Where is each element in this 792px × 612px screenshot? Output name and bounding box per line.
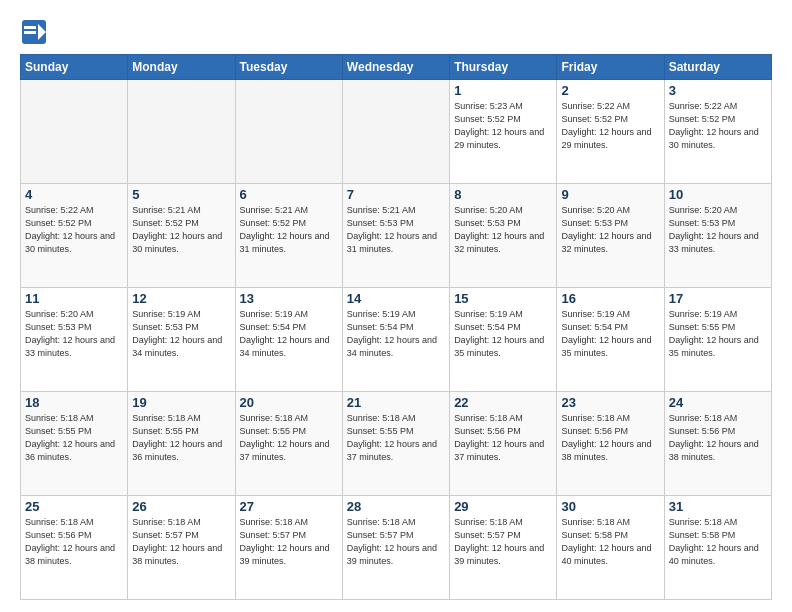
day-info: Sunrise: 5:18 AMSunset: 5:57 PMDaylight:… — [347, 516, 445, 568]
calendar-week-2: 4Sunrise: 5:22 AMSunset: 5:52 PMDaylight… — [21, 184, 772, 288]
day-header-thursday: Thursday — [450, 55, 557, 80]
day-number: 26 — [132, 499, 230, 514]
day-header-monday: Monday — [128, 55, 235, 80]
calendar-cell: 7Sunrise: 5:21 AMSunset: 5:53 PMDaylight… — [342, 184, 449, 288]
calendar-week-3: 11Sunrise: 5:20 AMSunset: 5:53 PMDayligh… — [21, 288, 772, 392]
calendar-cell: 27Sunrise: 5:18 AMSunset: 5:57 PMDayligh… — [235, 496, 342, 600]
calendar-cell: 29Sunrise: 5:18 AMSunset: 5:57 PMDayligh… — [450, 496, 557, 600]
day-number: 23 — [561, 395, 659, 410]
day-number: 27 — [240, 499, 338, 514]
calendar-cell: 12Sunrise: 5:19 AMSunset: 5:53 PMDayligh… — [128, 288, 235, 392]
calendar-cell: 5Sunrise: 5:21 AMSunset: 5:52 PMDaylight… — [128, 184, 235, 288]
calendar-cell: 4Sunrise: 5:22 AMSunset: 5:52 PMDaylight… — [21, 184, 128, 288]
calendar-cell — [21, 80, 128, 184]
day-info: Sunrise: 5:18 AMSunset: 5:55 PMDaylight:… — [132, 412, 230, 464]
calendar-cell: 3Sunrise: 5:22 AMSunset: 5:52 PMDaylight… — [664, 80, 771, 184]
day-number: 10 — [669, 187, 767, 202]
day-number: 18 — [25, 395, 123, 410]
calendar-cell: 25Sunrise: 5:18 AMSunset: 5:56 PMDayligh… — [21, 496, 128, 600]
day-number: 13 — [240, 291, 338, 306]
day-info: Sunrise: 5:21 AMSunset: 5:52 PMDaylight:… — [132, 204, 230, 256]
day-number: 3 — [669, 83, 767, 98]
day-number: 9 — [561, 187, 659, 202]
calendar-week-5: 25Sunrise: 5:18 AMSunset: 5:56 PMDayligh… — [21, 496, 772, 600]
day-info: Sunrise: 5:22 AMSunset: 5:52 PMDaylight:… — [561, 100, 659, 152]
day-info: Sunrise: 5:19 AMSunset: 5:54 PMDaylight:… — [454, 308, 552, 360]
day-number: 24 — [669, 395, 767, 410]
calendar-cell: 30Sunrise: 5:18 AMSunset: 5:58 PMDayligh… — [557, 496, 664, 600]
day-info: Sunrise: 5:19 AMSunset: 5:54 PMDaylight:… — [240, 308, 338, 360]
day-number: 7 — [347, 187, 445, 202]
day-info: Sunrise: 5:19 AMSunset: 5:55 PMDaylight:… — [669, 308, 767, 360]
calendar-cell: 17Sunrise: 5:19 AMSunset: 5:55 PMDayligh… — [664, 288, 771, 392]
calendar-cell: 18Sunrise: 5:18 AMSunset: 5:55 PMDayligh… — [21, 392, 128, 496]
svg-rect-3 — [24, 31, 36, 34]
calendar-cell: 1Sunrise: 5:23 AMSunset: 5:52 PMDaylight… — [450, 80, 557, 184]
day-info: Sunrise: 5:23 AMSunset: 5:52 PMDaylight:… — [454, 100, 552, 152]
day-number: 25 — [25, 499, 123, 514]
page: SundayMondayTuesdayWednesdayThursdayFrid… — [0, 0, 792, 612]
calendar-cell — [128, 80, 235, 184]
day-info: Sunrise: 5:21 AMSunset: 5:53 PMDaylight:… — [347, 204, 445, 256]
day-number: 22 — [454, 395, 552, 410]
calendar-week-1: 1Sunrise: 5:23 AMSunset: 5:52 PMDaylight… — [21, 80, 772, 184]
calendar-cell: 2Sunrise: 5:22 AMSunset: 5:52 PMDaylight… — [557, 80, 664, 184]
calendar-cell: 14Sunrise: 5:19 AMSunset: 5:54 PMDayligh… — [342, 288, 449, 392]
day-number: 12 — [132, 291, 230, 306]
logo — [20, 18, 52, 46]
calendar-cell: 11Sunrise: 5:20 AMSunset: 5:53 PMDayligh… — [21, 288, 128, 392]
day-number: 16 — [561, 291, 659, 306]
calendar-cell: 19Sunrise: 5:18 AMSunset: 5:55 PMDayligh… — [128, 392, 235, 496]
day-number: 30 — [561, 499, 659, 514]
day-number: 4 — [25, 187, 123, 202]
day-number: 14 — [347, 291, 445, 306]
calendar-cell — [235, 80, 342, 184]
calendar-cell: 31Sunrise: 5:18 AMSunset: 5:58 PMDayligh… — [664, 496, 771, 600]
day-number: 31 — [669, 499, 767, 514]
day-number: 17 — [669, 291, 767, 306]
day-number: 28 — [347, 499, 445, 514]
day-info: Sunrise: 5:18 AMSunset: 5:55 PMDaylight:… — [347, 412, 445, 464]
day-info: Sunrise: 5:18 AMSunset: 5:56 PMDaylight:… — [561, 412, 659, 464]
day-info: Sunrise: 5:18 AMSunset: 5:58 PMDaylight:… — [669, 516, 767, 568]
day-info: Sunrise: 5:19 AMSunset: 5:54 PMDaylight:… — [561, 308, 659, 360]
calendar-cell: 13Sunrise: 5:19 AMSunset: 5:54 PMDayligh… — [235, 288, 342, 392]
day-info: Sunrise: 5:21 AMSunset: 5:52 PMDaylight:… — [240, 204, 338, 256]
calendar-cell: 21Sunrise: 5:18 AMSunset: 5:55 PMDayligh… — [342, 392, 449, 496]
day-info: Sunrise: 5:18 AMSunset: 5:55 PMDaylight:… — [240, 412, 338, 464]
day-number: 19 — [132, 395, 230, 410]
day-info: Sunrise: 5:18 AMSunset: 5:56 PMDaylight:… — [25, 516, 123, 568]
day-number: 29 — [454, 499, 552, 514]
calendar-cell: 15Sunrise: 5:19 AMSunset: 5:54 PMDayligh… — [450, 288, 557, 392]
day-info: Sunrise: 5:18 AMSunset: 5:55 PMDaylight:… — [25, 412, 123, 464]
day-info: Sunrise: 5:18 AMSunset: 5:57 PMDaylight:… — [240, 516, 338, 568]
day-info: Sunrise: 5:20 AMSunset: 5:53 PMDaylight:… — [561, 204, 659, 256]
day-number: 21 — [347, 395, 445, 410]
day-number: 5 — [132, 187, 230, 202]
day-number: 15 — [454, 291, 552, 306]
calendar-cell: 8Sunrise: 5:20 AMSunset: 5:53 PMDaylight… — [450, 184, 557, 288]
logo-icon — [20, 18, 48, 46]
calendar-week-4: 18Sunrise: 5:18 AMSunset: 5:55 PMDayligh… — [21, 392, 772, 496]
calendar-cell: 16Sunrise: 5:19 AMSunset: 5:54 PMDayligh… — [557, 288, 664, 392]
calendar-table: SundayMondayTuesdayWednesdayThursdayFrid… — [20, 54, 772, 600]
day-header-saturday: Saturday — [664, 55, 771, 80]
day-header-sunday: Sunday — [21, 55, 128, 80]
calendar-cell: 6Sunrise: 5:21 AMSunset: 5:52 PMDaylight… — [235, 184, 342, 288]
calendar-cell: 20Sunrise: 5:18 AMSunset: 5:55 PMDayligh… — [235, 392, 342, 496]
day-header-friday: Friday — [557, 55, 664, 80]
day-header-tuesday: Tuesday — [235, 55, 342, 80]
day-number: 8 — [454, 187, 552, 202]
calendar-cell: 26Sunrise: 5:18 AMSunset: 5:57 PMDayligh… — [128, 496, 235, 600]
day-info: Sunrise: 5:18 AMSunset: 5:57 PMDaylight:… — [454, 516, 552, 568]
day-number: 2 — [561, 83, 659, 98]
day-info: Sunrise: 5:22 AMSunset: 5:52 PMDaylight:… — [669, 100, 767, 152]
calendar-cell: 24Sunrise: 5:18 AMSunset: 5:56 PMDayligh… — [664, 392, 771, 496]
day-info: Sunrise: 5:18 AMSunset: 5:57 PMDaylight:… — [132, 516, 230, 568]
calendar-cell: 9Sunrise: 5:20 AMSunset: 5:53 PMDaylight… — [557, 184, 664, 288]
calendar-cell: 28Sunrise: 5:18 AMSunset: 5:57 PMDayligh… — [342, 496, 449, 600]
day-info: Sunrise: 5:22 AMSunset: 5:52 PMDaylight:… — [25, 204, 123, 256]
day-info: Sunrise: 5:20 AMSunset: 5:53 PMDaylight:… — [454, 204, 552, 256]
day-info: Sunrise: 5:20 AMSunset: 5:53 PMDaylight:… — [669, 204, 767, 256]
day-number: 11 — [25, 291, 123, 306]
